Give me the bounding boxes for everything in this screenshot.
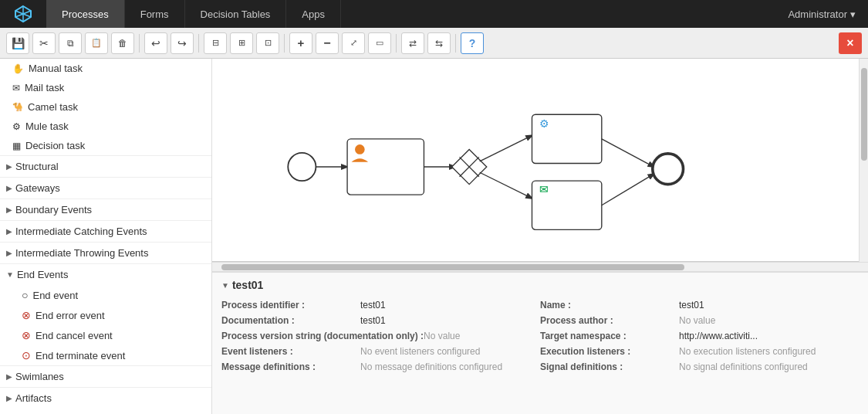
- sidebar-section-artifacts[interactable]: ▶ Artifacts: [0, 387, 211, 409]
- sep1: [139, 34, 140, 53]
- svg-line-19: [602, 139, 654, 167]
- sidebar-item-end-event[interactable]: ○ End event: [0, 285, 211, 305]
- intermediate-throwing-arrow: ▶: [6, 249, 12, 257]
- mule-task-icon: ⚙: [12, 121, 21, 132]
- sidebar: ✋ Manual task ✉ Mail task 🐪 Camel task ⚙…: [0, 59, 212, 414]
- sublane-button[interactable]: ⊞: [230, 32, 253, 54]
- sep3: [284, 34, 285, 53]
- hand-tool-button[interactable]: ⇄: [401, 32, 424, 54]
- sidebar-section-intermediate-catching[interactable]: ▶ Intermediate Catching Events: [0, 220, 211, 242]
- prop-target-namespace: Target namespace : http://www.activiti..…: [540, 328, 859, 344]
- cut-button[interactable]: ✂: [32, 32, 56, 54]
- swimlane-button[interactable]: ⊟: [204, 32, 227, 54]
- prop-message-definitions: Message definitions : No message definit…: [221, 359, 540, 375]
- svg-line-12: [480, 135, 532, 161]
- zoom-page-button[interactable]: ▭: [368, 32, 391, 54]
- horizontal-scrollbar-thumb[interactable]: [221, 264, 684, 270]
- bpmn-diagram: ⚙ ✉ ✉: [212, 59, 859, 261]
- sidebar-item-decision-task[interactable]: ▦ Decision task: [0, 136, 211, 155]
- prop-event-listeners: Event listeners : No event listeners con…: [221, 344, 540, 359]
- svg-point-4: [288, 153, 316, 181]
- canvas-area[interactable]: ⚙ ✉ ✉: [212, 59, 859, 262]
- structural-arrow: ▶: [6, 162, 12, 171]
- svg-point-7: [355, 144, 365, 154]
- decision-task-icon: ▦: [12, 141, 21, 151]
- sidebar-item-end-terminate-event[interactable]: ⊙ End terminate event: [0, 345, 211, 365]
- prop-documentation: Documentation : test01: [221, 313, 540, 328]
- sidebar-section-swimlanes[interactable]: ▶ Swimlanes: [0, 365, 211, 387]
- center-panel: ⚙ ✉ ✉: [212, 59, 868, 414]
- sidebar-section-end-events[interactable]: ▼ End Events: [0, 263, 211, 285]
- sidebar-section-structural[interactable]: ▶ Structural: [0, 155, 211, 177]
- zoom-out-button[interactable]: −: [316, 32, 339, 54]
- sidebar-item-mail-task[interactable]: ✉ Mail task: [0, 78, 211, 97]
- vertical-scrollbar-thumb[interactable]: [861, 68, 867, 161]
- end-events-arrow: ▼: [6, 270, 14, 279]
- sidebar-section-intermediate-throwing[interactable]: ▶ Intermediate Throwing Events: [0, 242, 211, 263]
- svg-text:⚙: ⚙: [539, 117, 549, 130]
- intermediate-catching-arrow: ▶: [6, 227, 12, 236]
- horizontal-scrollbar[interactable]: [212, 262, 868, 271]
- tab-apps[interactable]: Apps: [286, 0, 341, 28]
- sep2: [198, 34, 199, 53]
- swimlanes-arrow: ▶: [6, 372, 12, 381]
- top-nav: Processes Forms Decision Tables Apps Adm…: [0, 0, 868, 28]
- prop-signal-definitions: Signal definitions : No signal definitio…: [540, 359, 859, 375]
- prop-execution-listeners: Execution listeners : No execution liste…: [540, 344, 859, 359]
- zoom-fit-button[interactable]: ⤢: [342, 32, 365, 54]
- end-event-icon: ○: [22, 289, 28, 301]
- prop-process-id: Process identifier : test01: [221, 297, 540, 313]
- gateways-arrow: ▶: [6, 184, 12, 192]
- end-cancel-event-icon: ⊗: [22, 329, 31, 341]
- sidebar-item-end-error-event[interactable]: ⊗ End error event: [0, 305, 211, 325]
- user-menu[interactable]: Administrator ▾: [775, 8, 868, 20]
- toolbar: 💾 ✂ ⧉ 📋 🗑 ↩ ↪ ⊟ ⊞ ⊡ + − ⤢ ▭ ⇄ ⇆ ? ×: [0, 28, 868, 59]
- tab-processes[interactable]: Processes: [46, 0, 125, 28]
- svg-line-20: [602, 174, 654, 205]
- right-scrollbar[interactable]: [859, 59, 868, 262]
- nav-tabs: Processes Forms Decision Tables Apps: [46, 0, 775, 28]
- sidebar-section-gateways[interactable]: ▶ Gateways: [0, 177, 211, 199]
- help-button[interactable]: ?: [461, 32, 484, 54]
- copy-button[interactable]: ⧉: [59, 32, 82, 54]
- save-button[interactable]: 💾: [6, 32, 29, 54]
- delete-button[interactable]: 🗑: [111, 32, 134, 54]
- svg-point-21: [653, 154, 684, 185]
- props-left-col: Process identifier : test01 Documentatio…: [221, 297, 540, 375]
- pointer-tool-button[interactable]: ⇆: [427, 32, 451, 54]
- close-button[interactable]: ×: [839, 32, 862, 54]
- manual-task-icon: ✋: [12, 63, 24, 74]
- prop-process-author: Process author : No value: [540, 313, 859, 328]
- sidebar-item-end-cancel-event[interactable]: ⊗ End cancel event: [0, 325, 211, 345]
- sidebar-section-boundary-events[interactable]: ▶ Boundary Events: [0, 199, 211, 220]
- svg-text:✉: ✉: [539, 183, 549, 195]
- props-title-arrow: ▼: [221, 281, 229, 290]
- sidebar-item-mule-task[interactable]: ⚙ Mule task: [0, 117, 211, 136]
- artifacts-arrow: ▶: [6, 394, 12, 402]
- redo-button[interactable]: ↪: [171, 32, 194, 54]
- prop-name: Name : test01: [540, 297, 859, 313]
- logo: [0, 0, 46, 28]
- undo-button[interactable]: ↩: [144, 32, 167, 54]
- main-layout: ✋ Manual task ✉ Mail task 🐪 Camel task ⚙…: [0, 59, 868, 414]
- sep4: [396, 34, 397, 53]
- paste-button[interactable]: 📋: [85, 32, 108, 54]
- camel-task-icon: 🐪: [12, 102, 23, 112]
- expand-button[interactable]: ⊡: [256, 32, 279, 54]
- tab-forms[interactable]: Forms: [125, 0, 185, 28]
- mail-task-icon: ✉: [12, 83, 20, 93]
- properties-grid: Process identifier : test01 Documentatio…: [212, 297, 868, 381]
- properties-title: ▼ test01: [212, 273, 868, 297]
- end-terminate-event-icon: ⊙: [22, 349, 31, 361]
- properties-name: test01: [232, 279, 263, 291]
- tab-decision-tables[interactable]: Decision Tables: [185, 0, 287, 28]
- properties-panel: ▼ test01 Process identifier : test01 Doc…: [212, 271, 868, 414]
- zoom-in-button[interactable]: +: [289, 32, 312, 54]
- svg-line-13: [480, 172, 532, 198]
- end-error-event-icon: ⊗: [22, 309, 31, 321]
- prop-version-string: Process version string (documentation on…: [221, 328, 540, 344]
- sidebar-item-manual-task[interactable]: ✋ Manual task: [0, 59, 211, 78]
- props-right-col: Name : test01 Process author : No value …: [540, 297, 859, 375]
- sep5: [455, 34, 456, 53]
- sidebar-item-camel-task[interactable]: 🐪 Camel task: [0, 97, 211, 117]
